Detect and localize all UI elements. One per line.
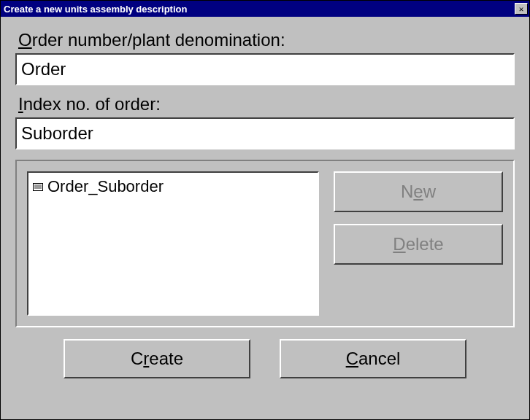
close-icon: ✕ [519, 4, 524, 14]
order-label-rest: rder number/plant denomination: [32, 30, 285, 50]
delete-button[interactable]: Delete [334, 224, 503, 265]
create-button[interactable]: Create [64, 339, 250, 378]
order-input[interactable] [15, 53, 515, 85]
cancel-button[interactable]: Cancel [280, 339, 466, 378]
close-button[interactable]: ✕ [515, 3, 528, 15]
side-buttons: New Delete [334, 171, 503, 316]
document-icon [33, 183, 43, 191]
new-button[interactable]: New [334, 171, 503, 212]
client-area: Order number/plant denomination: Index n… [1, 17, 529, 419]
list-item[interactable]: Order_Suborder [33, 177, 313, 196]
index-label-accel: I [18, 94, 23, 114]
list-panel: Order_Suborder New Delete [15, 160, 515, 327]
list-item-label: Order_Suborder [47, 177, 164, 196]
delete-button-label: Delete [393, 234, 443, 254]
order-label-accel: O [18, 30, 32, 50]
index-input[interactable] [15, 117, 515, 149]
create-button-label: Create [131, 349, 183, 369]
new-button-label: New [401, 182, 436, 202]
order-listbox[interactable]: Order_Suborder [27, 171, 319, 316]
index-label-rest: ndex no. of order: [23, 94, 161, 114]
window-title: Create a new units assembly description [4, 4, 187, 15]
order-label: Order number/plant denomination: [18, 30, 515, 50]
svg-rect-0 [34, 183, 43, 190]
titlebar: Create a new units assembly description … [1, 1, 529, 17]
index-label: Index no. of order: [18, 94, 515, 114]
dialog-window: Create a new units assembly description … [0, 0, 530, 420]
bottom-buttons: Create Cancel [15, 339, 515, 378]
cancel-button-label: Cancel [346, 349, 401, 369]
